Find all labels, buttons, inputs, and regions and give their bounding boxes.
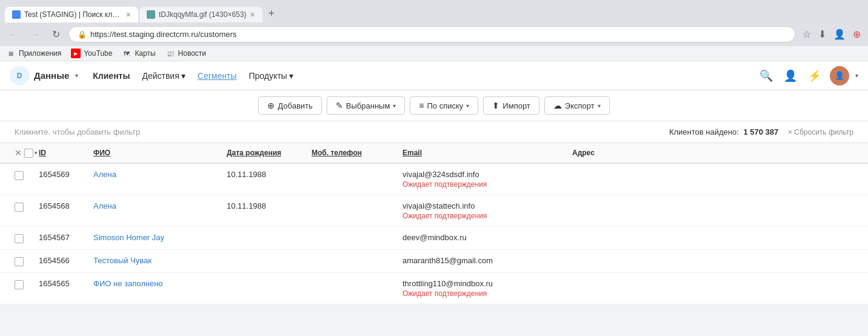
row-checkbox-input-1[interactable]: [15, 203, 24, 212]
row-name-link-0[interactable]: Алена: [93, 170, 116, 179]
list-button[interactable]: ≡ По списку ▾: [410, 96, 478, 115]
row-name-link-1[interactable]: Алена: [93, 201, 116, 210]
tab-2-favicon: [147, 10, 155, 19]
row-checkbox-1[interactable]: [15, 201, 39, 212]
avatar[interactable]: 👤: [830, 66, 849, 86]
bookmark-news-label: Новости: [178, 49, 206, 58]
tab-1[interactable]: Test (STAGING) | Поиск клие… ×: [5, 7, 138, 22]
row-id-2: 1654567: [39, 233, 93, 242]
tab-1-favicon: [12, 10, 21, 19]
row-checkbox-0[interactable]: [15, 170, 39, 180]
logo-area[interactable]: D Данные ▾: [10, 66, 78, 86]
col-phone-header[interactable]: Моб. телефон: [312, 149, 402, 157]
logo-label: Данные: [34, 70, 69, 81]
products-dropdown-icon: ▾: [289, 71, 293, 81]
col-dob-header[interactable]: Дата рождения: [227, 149, 312, 157]
forward-button[interactable]: →: [27, 27, 44, 42]
select-all-checkbox-area[interactable]: ▾: [24, 149, 38, 158]
row-name-link-2[interactable]: Simoson Homer Jay: [93, 233, 164, 242]
download-button[interactable]: ⬇: [816, 26, 829, 42]
user-profile-button[interactable]: 👤: [831, 26, 848, 42]
checkbox-dropdown-icon[interactable]: ▾: [35, 150, 38, 156]
col-email-header[interactable]: Email: [402, 149, 572, 157]
row-name-4: ФИО не заполнено: [93, 279, 227, 288]
col-name-header[interactable]: ФИО: [93, 149, 227, 157]
row-id-4: 1654565: [39, 279, 93, 288]
bookmark-news[interactable]: 📰 Новости: [165, 49, 206, 58]
row-id-3: 1654566: [39, 256, 93, 265]
tab-bar: Test (STAGING) | Поиск клие… × tDJkqqyMf…: [5, 5, 863, 22]
row-name-link-4[interactable]: ФИО не заполнено: [93, 279, 163, 288]
lock-icon: 🔒: [78, 30, 87, 39]
user-icon-button[interactable]: 👤: [781, 67, 800, 85]
reload-button[interactable]: ↻: [48, 26, 64, 42]
row-name-0: Алена: [93, 170, 227, 179]
row-checkbox-input-3[interactable]: [15, 257, 24, 266]
tab-2[interactable]: tDJkqqyMfa.gif (1430×653) ×: [139, 7, 262, 22]
apps-icon: ⊞: [6, 49, 16, 58]
export-button[interactable]: ☁ Экспорт ▾: [544, 96, 610, 115]
select-all-checkbox[interactable]: [24, 149, 33, 158]
row-checkbox-3[interactable]: [15, 256, 39, 266]
bookmark-star-button[interactable]: ☆: [800, 26, 813, 42]
filter-bar: Кликните, чтобы добавить фильтр Клиентов…: [0, 121, 868, 143]
browser-actions: ☆ ⬇ 👤 ⊕: [800, 26, 863, 42]
notifications-button[interactable]: ⚡: [806, 67, 824, 85]
filter-reset-button[interactable]: × Сбросить фильтр: [788, 128, 853, 136]
row-checkbox-input-2[interactable]: [15, 234, 24, 243]
search-button[interactable]: 🔍: [757, 67, 775, 85]
logo-icon: D: [10, 66, 29, 86]
list-label: По списку: [427, 101, 464, 110]
table-header: ✕ ▾ ID ФИО Дата рождения Моб. телефон Em…: [0, 143, 868, 164]
table-row: 1654568 Алена 10.11.1988 vivajal@stattec…: [0, 195, 868, 227]
nav-actions[interactable]: Действия ▾: [142, 71, 185, 81]
youtube-icon: ▶: [71, 49, 81, 58]
filter-result-count: 1 570 387: [743, 127, 778, 136]
filter-placeholder[interactable]: Кликните, чтобы добавить фильтр: [15, 127, 140, 136]
filter-result-label: Клиентов найдено:: [669, 127, 739, 136]
address-bar-row: ← → ↻ 🔒 https://test.staging.directcrm.r…: [0, 22, 868, 46]
selected-label: Выбранным: [346, 101, 390, 110]
row-name-1: Алена: [93, 201, 227, 210]
address-text: https://test.staging.directcrm.ru/custom…: [90, 30, 786, 39]
export-dropdown-icon: ▾: [598, 102, 601, 109]
row-email-4: throttling110@mindbox.ru Ожидает подтвер…: [402, 279, 572, 298]
extension-button[interactable]: ⊕: [850, 26, 863, 42]
row-id-0: 1654569: [39, 170, 93, 179]
back-button[interactable]: ←: [5, 27, 22, 42]
add-button[interactable]: ⊕ Добавить: [258, 96, 321, 115]
address-bar[interactable]: 🔒 https://test.staging.directcrm.ru/cust…: [68, 26, 795, 42]
add-label: Добавить: [278, 101, 312, 110]
deselect-all-icon[interactable]: ✕: [15, 148, 22, 158]
header-actions: 🔍 👤 ⚡ 👤 ▾: [757, 66, 858, 86]
import-button[interactable]: ⬆ Импорт: [483, 96, 539, 115]
col-id-header[interactable]: ID: [39, 149, 93, 157]
nav-segments[interactable]: Сегменты: [198, 71, 237, 81]
avatar-dropdown-icon[interactable]: ▾: [855, 72, 858, 79]
bookmark-apps[interactable]: ⊞ Приложения: [6, 49, 61, 58]
nav-clients[interactable]: Клиенты: [93, 71, 130, 81]
tab-2-close[interactable]: ×: [250, 10, 255, 19]
new-tab-button[interactable]: +: [264, 5, 280, 22]
row-name-link-3[interactable]: Тестовый Чувак: [93, 256, 152, 265]
bookmarks-bar: ⊞ Приложения ▶ YouTube 🗺 Карты 📰 Новости: [0, 46, 868, 61]
nav-products[interactable]: Продукты ▾: [249, 71, 293, 81]
row-checkbox-input-0[interactable]: [15, 171, 24, 180]
email-status-1: Ожидает подтверждения: [402, 212, 572, 220]
row-checkbox-input-4[interactable]: [15, 280, 24, 289]
bookmark-maps[interactable]: 🗺 Карты: [122, 49, 155, 58]
tab-1-close[interactable]: ×: [126, 10, 131, 19]
row-dob-0: 10.11.1988: [227, 170, 312, 179]
export-label: Экспорт: [565, 101, 595, 110]
row-checkbox-4[interactable]: [15, 279, 39, 289]
toolbar-inner: ⊕ Добавить ✎ Выбранным ▾ ≡ По списку ▾ ⬆…: [258, 96, 609, 115]
logo-dropdown-icon: ▾: [75, 72, 78, 79]
row-checkbox-2[interactable]: [15, 233, 39, 243]
tab-2-title: tDJkqqyMfa.gif (1430×653): [159, 10, 246, 19]
row-email-3: amaranth815@gmail.com: [402, 256, 572, 265]
selected-button[interactable]: ✎ Выбранным ▾: [327, 96, 406, 115]
list-dropdown-icon: ▾: [466, 102, 469, 109]
filter-result-area: Клиентов найдено: 1 570 387 × Сбросить ф…: [669, 127, 853, 136]
selected-icon: ✎: [336, 101, 343, 110]
bookmark-youtube[interactable]: ▶ YouTube: [71, 49, 112, 58]
